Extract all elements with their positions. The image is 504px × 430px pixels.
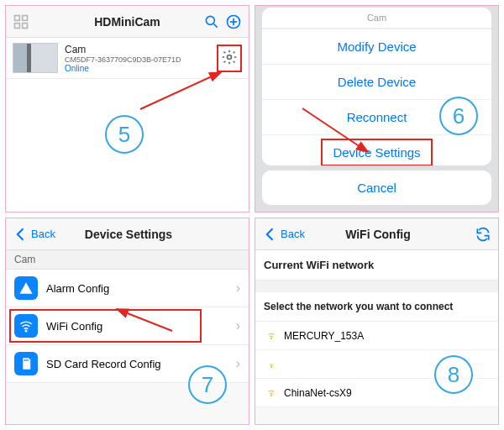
row-label: Alarm Config [46, 282, 228, 295]
svg-rect-12 [25, 287, 27, 291]
svg-point-9 [228, 55, 232, 59]
svg-rect-15 [24, 359, 25, 361]
svg-point-19 [270, 338, 271, 338]
panel-6: Cam Modify Device Delete Device Reconnec… [255, 5, 499, 212]
search-icon[interactable] [203, 13, 220, 30]
back-button[interactable]: Back [262, 226, 305, 243]
arrow-to-wifi [115, 307, 174, 335]
back-button[interactable]: Back [13, 226, 55, 243]
sheet-cancel[interactable]: Cancel [262, 170, 491, 205]
svg-rect-1 [23, 15, 28, 20]
svg-line-5 [214, 24, 218, 27]
step-badge: 5 [105, 115, 144, 154]
svg-rect-0 [15, 15, 20, 20]
svg-line-10 [140, 72, 221, 109]
svg-point-20 [270, 366, 271, 367]
step-badge: 6 [439, 97, 478, 135]
step-number: 5 [118, 122, 130, 148]
arrow-to-gear [140, 69, 233, 113]
svg-rect-3 [23, 23, 28, 28]
alarm-icon [14, 276, 38, 300]
row-alarm-config[interactable]: Alarm Config › [6, 270, 249, 307]
sheet-item-modify[interactable]: Modify Device [262, 29, 491, 64]
panel-7: Back Device Settings Cam Alarm Config › … [5, 218, 249, 425]
sd-card-icon [14, 352, 38, 375]
sheet-item-delete[interactable]: Delete Device [262, 64, 491, 99]
step-number: 6 [453, 103, 465, 129]
add-icon[interactable] [225, 13, 242, 30]
svg-line-11 [302, 108, 368, 152]
svg-line-18 [117, 309, 172, 331]
section-label: Cam [6, 250, 249, 270]
step-number: 7 [202, 372, 213, 398]
page-title: Device Settings [85, 228, 172, 241]
svg-rect-2 [15, 23, 20, 28]
wifi-network-row[interactable]: MERCURY_153A [255, 322, 498, 350]
panel7-header: Back Device Settings [6, 218, 249, 250]
gear-icon[interactable] [221, 49, 238, 66]
back-label: Back [31, 228, 55, 240]
panel5-header: HDMiniCam [6, 6, 249, 38]
svg-rect-17 [28, 359, 29, 361]
svg-rect-16 [26, 359, 27, 361]
chevron-left-icon [13, 226, 29, 243]
device-thumbnail [13, 43, 58, 73]
page-title: WiFi Config [345, 228, 411, 241]
panel-8: Back WiFi Config Current WiFi network Se… [255, 218, 499, 425]
chevron-right-icon: › [236, 318, 240, 333]
panel8-header: Back WiFi Config [255, 218, 498, 250]
wifi-ssid: ChinaNet-csX9 [284, 387, 352, 399]
svg-rect-13 [25, 291, 27, 293]
wifi-signal-icon [265, 357, 277, 371]
grid-icon[interactable] [13, 13, 29, 30]
arrow-to-settings [302, 108, 378, 161]
gear-highlight [217, 45, 242, 72]
current-wifi-label: Current WiFi network [255, 250, 498, 281]
step-number: 8 [448, 362, 459, 388]
device-id: CM5DF7-3637709C9D3B-07E71D [65, 55, 217, 64]
select-network-label: Select the network you want to connect [255, 292, 498, 322]
wifi-ssid: MERCURY_153A [284, 330, 364, 342]
refresh-icon[interactable] [475, 226, 491, 243]
svg-point-4 [206, 16, 214, 24]
device-name: Cam [65, 44, 217, 55]
step-badge: 8 [434, 355, 473, 394]
sheet-title: Cam [262, 8, 491, 29]
chevron-right-icon: › [236, 356, 240, 371]
svg-point-21 [270, 395, 271, 396]
panel-5: HDMiniCam Cam CM5DF7-3637709C9D3B-07E71D… [5, 5, 249, 212]
app-title: HDMiniCam [94, 15, 160, 29]
wifi-signal-icon [265, 328, 277, 343]
chevron-right-icon: › [236, 281, 240, 296]
chevron-left-icon [262, 226, 279, 243]
wifi-signal-icon [265, 385, 277, 400]
back-label: Back [281, 228, 305, 240]
step-badge: 7 [188, 365, 227, 404]
